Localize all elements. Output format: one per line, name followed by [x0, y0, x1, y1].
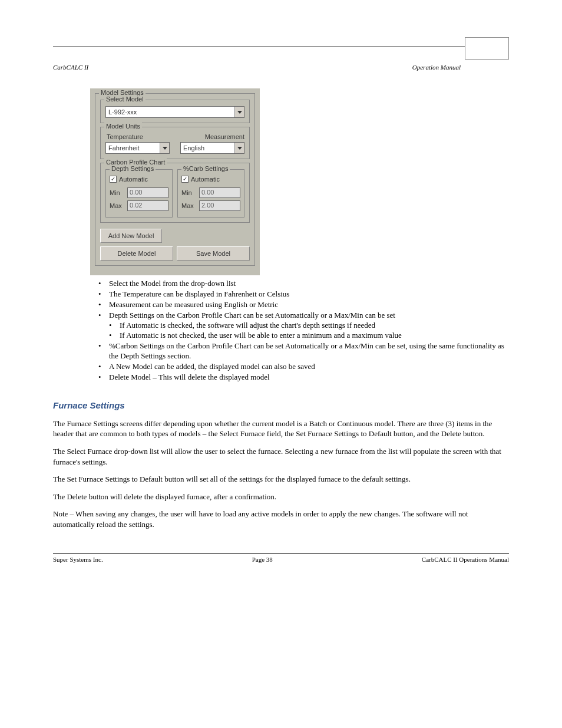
temperature-value: Fahrenheit — [106, 143, 160, 153]
body-text: Note – When saving any changes, the user… — [53, 509, 509, 529]
chevron-down-icon — [234, 143, 244, 153]
list-item: A New Model can be added, the displayed … — [90, 362, 509, 372]
list-item: Depth Settings on the Carbon Profile Cha… — [90, 311, 509, 341]
depth-automatic-label: Automatic — [119, 176, 148, 183]
depth-min-label: Min — [110, 189, 124, 196]
carb-automatic-label: Automatic — [191, 176, 220, 183]
footer-left: Super Systems Inc. — [53, 556, 103, 563]
carb-max-input[interactable]: 2.00 — [199, 200, 240, 211]
carb-max-label: Max — [181, 202, 196, 209]
list-item: If Automatic is not checked, the user wi… — [109, 331, 509, 341]
measurement-value: English — [181, 143, 234, 153]
page-footer: Super Systems Inc. Page 38 CarbCALC II O… — [53, 553, 509, 563]
carb-min-label: Min — [181, 189, 196, 196]
carb-automatic-checkbox[interactable]: ✓ — [181, 176, 189, 183]
model-settings-group: Model Settings Select Model L-992-xxx Mo… — [95, 93, 255, 266]
footer-right: CarbCALC II Operations Manual — [422, 556, 509, 563]
temperature-dropdown[interactable]: Fahrenheit — [105, 142, 170, 154]
select-model-group: Select Model L-992-xxx — [100, 100, 250, 123]
save-model-button[interactable]: Save Model — [177, 246, 250, 261]
temperature-label: Temperature — [105, 133, 170, 140]
chevron-down-icon — [160, 143, 169, 153]
body-text: The Set Furnace Settings to Default butt… — [53, 474, 509, 485]
carb-settings-label: %Carb Settings — [181, 165, 230, 172]
list-item: Select the Model from the drop-down list — [90, 279, 509, 289]
furnace-settings-heading: Furnace Settings — [53, 400, 509, 410]
select-model-label: Select Model — [104, 95, 146, 103]
measurement-label: Measurement — [180, 133, 244, 140]
model-settings-screenshot: Model Settings Select Model L-992-xxx Mo… — [90, 88, 260, 275]
header-right: Operation Manual — [412, 64, 461, 71]
body-text: The Select Furnace drop-down list will a… — [53, 446, 509, 467]
delete-model-button[interactable]: Delete Model — [100, 246, 173, 261]
model-units-group: Model Units Temperature Fahrenheit — [100, 127, 250, 159]
depth-settings-group: Depth Settings ✓ Automatic Min 0.00 Max — [105, 169, 173, 218]
list-item: Delete Model – This will delete the disp… — [90, 373, 509, 383]
depth-settings-label: Depth Settings — [110, 165, 156, 172]
list-item: If Automatic is checked, the software wi… — [109, 321, 509, 331]
header-left: CarbCALC II — [53, 64, 88, 71]
model-units-label: Model Units — [104, 123, 142, 130]
body-text: The Delete button will delete the displa… — [53, 492, 509, 502]
list-item: Measurement can be measured using Englis… — [90, 300, 509, 310]
select-model-value: L-992-xxx — [106, 107, 234, 117]
carb-settings-group: %Carb Settings ✓ Automatic Min 0.00 Max — [177, 169, 244, 218]
header-corner-box — [465, 37, 509, 60]
depth-max-label: Max — [110, 202, 124, 209]
depth-max-input[interactable]: 0.02 — [127, 200, 168, 211]
measurement-dropdown[interactable]: English — [180, 142, 244, 154]
carbon-profile-group: Carbon Profile Chart Depth Settings ✓ Au… — [100, 163, 250, 223]
footer-page-number: Page 38 — [252, 556, 273, 563]
list-item: The Temperature can be displayed in Fahr… — [90, 289, 509, 299]
body-text: The Furnace Settings screens differ depe… — [53, 419, 509, 439]
add-new-model-button[interactable]: Add New Model — [100, 229, 162, 243]
list-item: %Carbon Settings on the Carbon Profile C… — [90, 341, 509, 361]
chevron-down-icon — [234, 107, 244, 117]
select-model-dropdown[interactable]: L-992-xxx — [105, 106, 244, 118]
depth-automatic-checkbox[interactable]: ✓ — [110, 176, 117, 183]
depth-min-input[interactable]: 0.00 — [127, 187, 168, 198]
model-settings-bullets: Select the Model from the drop-down list… — [90, 279, 509, 383]
carb-min-input[interactable]: 0.00 — [199, 187, 240, 198]
